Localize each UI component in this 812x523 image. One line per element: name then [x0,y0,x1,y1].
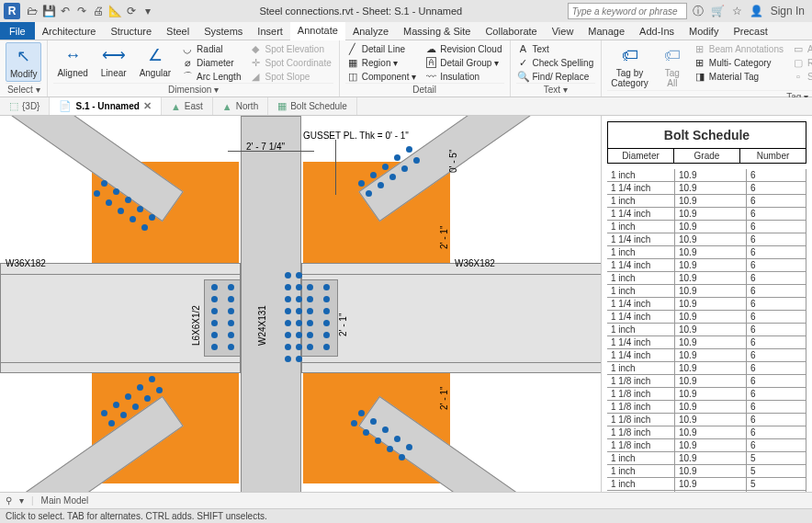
table-row[interactable]: 1 inch10.96 [607,324,806,336]
bolt [285,284,291,290]
tab-massing[interactable]: Massing & Site [396,22,478,40]
tab-collaborate[interactable]: Collaborate [478,22,544,40]
search-input[interactable] [568,3,687,19]
save-icon[interactable]: 💾 [42,5,55,17]
col-number: Number [740,149,806,163]
table-row[interactable]: 1 1/8 inch10.96 [607,426,806,439]
model-dropdown[interactable]: Main Model [41,495,89,506]
table-row[interactable]: 1 1/4 inch10.96 [607,208,806,221]
table-row[interactable]: 1 1/4 inch10.96 [607,182,806,195]
bolt [323,320,330,326]
table-row[interactable]: 1 1/8 inch10.96 [607,439,806,452]
angular-button[interactable]: ∠Angular [136,42,175,80]
panel-label-select[interactable]: Select ▾ [6,83,41,95]
table-row[interactable]: 1 1/4 inch10.96 [607,233,806,246]
open-icon[interactable]: 🗁 [26,5,39,17]
modify-button[interactable]: ↖ Modify [6,42,41,82]
tab-modify[interactable]: Modify [682,22,726,40]
panel-label-text[interactable]: Text ▾ [516,83,596,95]
detail-group-button[interactable]: 🄰Detail Group ▾ [423,56,503,69]
tab-view[interactable]: View [545,22,581,40]
table-row[interactable]: 1 inch10.95 [607,478,806,491]
table-row[interactable]: 1 1/4 inch10.96 [607,259,806,272]
tab-precast[interactable]: Precast [726,22,774,40]
region-button[interactable]: ▦Region ▾ [345,56,418,69]
bolt [285,344,291,350]
table-row[interactable]: 1 1/4 inch10.96 [607,349,806,362]
view-tab-3d[interactable]: ⬚{3D} [0,97,50,115]
view-tab-bolt[interactable]: ▦Bolt Schedule [268,97,357,115]
tab-manage[interactable]: Manage [581,22,632,40]
check-spelling-button[interactable]: ✓Check Spelling [516,56,596,69]
measure-icon[interactable]: 📐 [108,5,121,17]
panel-label-dimension[interactable]: Dimension ▾ [53,83,333,95]
print-icon[interactable]: 🖨 [92,5,105,17]
file-tab[interactable]: File [0,22,35,40]
tag-by-category-button[interactable]: 🏷Tag by Category [607,42,652,90]
tab-addins[interactable]: Add-Ins [632,22,682,40]
room-icon: ▢ [793,57,804,68]
dropdown-icon[interactable]: ▾ [141,5,154,17]
table-row[interactable]: 1 inch10.96 [607,285,806,298]
table-row[interactable]: 1 inch10.96 [607,169,806,182]
table-row[interactable]: 1 inch10.96 [607,195,806,208]
table-row[interactable]: 1 1/4 inch10.96 [607,311,806,324]
table-row[interactable]: 1 1/8 inch10.96 [607,401,806,414]
table-row[interactable]: 1 inch10.95 [607,465,806,478]
table-row[interactable]: 1 1/8 inch10.96 [607,414,806,426]
undo-icon[interactable]: ↶ [59,5,72,17]
arc-length-button[interactable]: ⌒Arc Length [180,70,242,83]
info-icon[interactable]: ⓘ [693,4,704,19]
table-row[interactable]: 1 inch10.96 [607,272,806,285]
bolt [323,344,330,350]
tab-structure[interactable]: Structure [103,22,159,40]
tab-systems[interactable]: Systems [197,22,250,40]
detail-line-button[interactable]: ╱Detail Line [345,42,418,55]
revision-cloud-button[interactable]: ☁Revision Cloud [423,42,503,55]
user-icon[interactable]: 👤 [750,5,763,17]
table-row[interactable]: 1 inch10.96 [607,246,806,259]
signin-link[interactable]: Sign In [771,5,805,17]
table-row[interactable]: 1 1/8 inch10.96 [607,375,806,388]
table-row[interactable]: 1 inch10.95 [607,491,806,492]
text-button[interactable]: AText [516,42,596,55]
close-icon[interactable]: ✕ [143,100,152,112]
find-replace-button[interactable]: 🔍Find/ Replace [516,70,596,83]
view-tab-east[interactable]: ▲East [162,97,213,115]
redo-icon[interactable]: ↷ [75,5,88,17]
cart-icon[interactable]: 🛒 [711,5,725,17]
area-icon: ▭ [793,43,804,54]
table-row[interactable]: 1 inch10.96 [607,221,806,233]
table-row[interactable]: 1 1/8 inch10.96 [607,388,806,401]
tab-insert[interactable]: Insert [250,22,290,40]
table-row[interactable]: 1 inch10.96 [607,362,806,375]
bolt [307,344,313,350]
bolt [285,332,291,338]
star-icon[interactable]: ☆ [732,5,742,17]
bolt [296,296,302,302]
linear-button[interactable]: ⟷Linear [97,42,130,80]
tab-annotate[interactable]: Annotate [290,22,345,40]
sync-icon[interactable]: ⟳ [125,5,138,17]
tab-architecture[interactable]: Architecture [35,22,104,40]
tag-all-button[interactable]: 🏷Tag All [658,42,687,90]
elev-icon: ▲ [222,101,232,112]
view-tab-north[interactable]: ▲North [213,97,268,115]
scale-icon[interactable]: ▾ [19,495,24,506]
component-button[interactable]: ◫Component ▾ [345,70,418,83]
tab-analyze[interactable]: Analyze [345,22,396,40]
bolt [211,320,218,326]
diameter-button[interactable]: ⌀Diameter [180,56,242,69]
drawing-canvas[interactable]: W36X182 W36X182 W24X131 L6X6X1/2 GUSSET … [0,116,601,492]
radial-button[interactable]: ◡Radial [180,42,242,55]
view-tab-sheet[interactable]: 📄S.1 - Unnamed✕ [50,97,161,115]
table-row[interactable]: 1 1/4 inch10.96 [607,336,806,349]
material-tag-button[interactable]: ◨Material Tag [693,70,785,83]
nav-icon[interactable]: ⚲ [6,495,12,506]
table-row[interactable]: 1 inch10.95 [607,452,806,465]
aligned-button[interactable]: ↔Aligned [53,42,91,80]
tab-steel[interactable]: Steel [159,22,197,40]
insulation-button[interactable]: 〰Insulation [423,70,503,83]
table-row[interactable]: 1 1/4 inch10.96 [607,298,806,311]
multi-category-button[interactable]: ⊞Multi- Category [693,56,785,69]
